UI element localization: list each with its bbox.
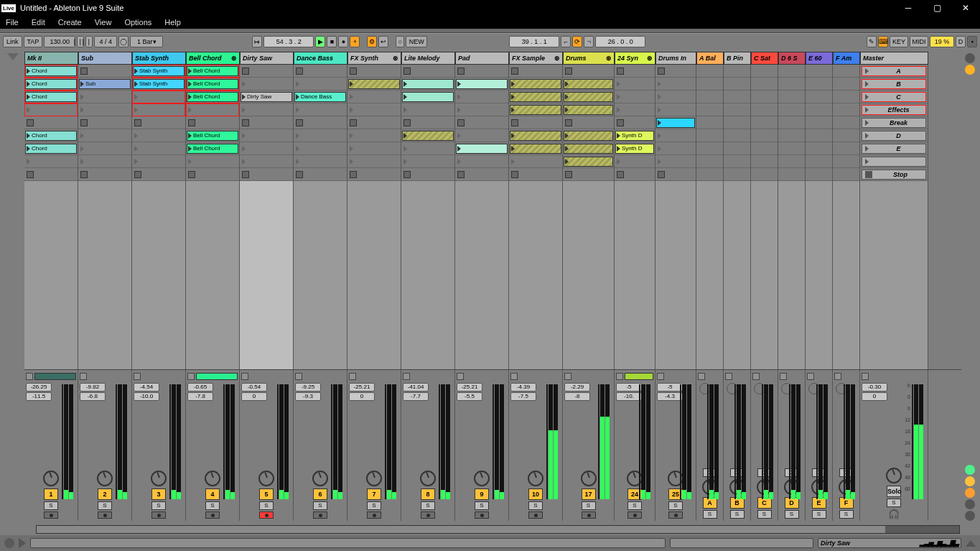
scene-launch[interactable]: E	[862, 144, 926, 154]
scene-launch[interactable]: A	[862, 66, 926, 76]
solo-button[interactable]: S	[313, 501, 327, 510]
time-sig[interactable]: 4 / 4	[94, 36, 117, 47]
clip-slot-empty[interactable]	[617, 159, 620, 165]
pan-knob[interactable]	[474, 471, 490, 486]
track-header[interactable]: E 60	[806, 52, 833, 65]
clip-slot-empty[interactable]	[350, 146, 353, 152]
clip-stop[interactable]	[134, 171, 141, 178]
clip-slot[interactable]	[564, 131, 613, 141]
midi-map[interactable]: MIDI	[910, 36, 928, 47]
track-number-button[interactable]: 1	[44, 489, 58, 500]
clip-slot-empty[interactable]	[134, 107, 138, 113]
returns-section-toggle[interactable]	[965, 488, 975, 498]
scene-launch[interactable]: Stop	[862, 170, 926, 180]
pan-knob[interactable]	[43, 471, 59, 486]
clip-slot-empty[interactable]	[658, 81, 661, 87]
tempo-field[interactable]: 130.00	[44, 36, 75, 47]
solo-button[interactable]: S	[887, 499, 901, 507]
clip-slot[interactable]	[510, 79, 561, 89]
crossfade-toggle[interactable]	[965, 511, 975, 521]
pan-knob[interactable]	[312, 471, 328, 486]
clip-stop[interactable]	[457, 68, 465, 75]
track-activator[interactable]	[752, 373, 760, 380]
arm-button[interactable]	[98, 511, 112, 519]
track-header[interactable]: 24 Syn ⊛	[615, 52, 655, 65]
track-header[interactable]: Dirty Saw	[240, 52, 294, 65]
track-header[interactable]: Bell Chord ⊛	[186, 52, 240, 65]
clip-stop[interactable]	[296, 119, 303, 126]
solo-button[interactable]: S	[98, 501, 112, 510]
scene-launch[interactable]	[862, 157, 926, 167]
track-number-button[interactable]: 10	[528, 489, 543, 500]
track-number-button[interactable]: 4	[205, 489, 220, 500]
clip-slot-empty[interactable]	[242, 107, 246, 113]
clip-slot[interactable]: Synth D	[615, 144, 654, 154]
track-header[interactable]: C Sat	[751, 52, 778, 65]
clip-stop[interactable]	[296, 68, 303, 75]
solo-button[interactable]: S	[259, 501, 274, 510]
track-number-button[interactable]: 3	[151, 489, 166, 500]
clip-slot-empty[interactable]	[242, 133, 246, 139]
arm-button[interactable]	[475, 511, 489, 519]
solo-button[interactable]: S	[528, 501, 543, 510]
clip-slot-empty[interactable]	[511, 159, 515, 165]
track-activator[interactable]	[807, 373, 814, 380]
clip-slot-empty[interactable]	[134, 146, 138, 152]
clip-stop[interactable]	[242, 68, 249, 75]
arm-button[interactable]	[528, 511, 543, 519]
clip-slot[interactable]	[656, 118, 695, 128]
clip-slot[interactable]: Chord	[25, 144, 77, 154]
scene-launch[interactable]: C	[862, 92, 926, 102]
clip-stop[interactable]	[658, 68, 665, 75]
clip-slot[interactable]	[402, 92, 454, 102]
menu-file[interactable]: File	[6, 18, 19, 27]
track-number-button[interactable]: 7	[367, 489, 381, 500]
volume-db[interactable]: -41.04	[403, 383, 429, 392]
track-header[interactable]: Mk II	[24, 52, 78, 65]
solo-button[interactable]: S	[151, 501, 166, 510]
solo-button[interactable]: S	[668, 501, 683, 510]
track-activator[interactable]	[187, 373, 195, 380]
clip-slot[interactable]: Dirty Saw	[241, 92, 292, 102]
clip-slot[interactable]: Dance Bass	[294, 92, 346, 102]
arm-button[interactable]	[151, 511, 166, 519]
pan-knob[interactable]	[528, 471, 543, 486]
track-activator[interactable]	[564, 373, 571, 380]
clip-slot[interactable]	[564, 79, 613, 89]
clip-slot[interactable]: Bell Chord	[187, 131, 238, 141]
arm-button[interactable]	[313, 511, 327, 519]
solo-button[interactable]: S	[730, 510, 745, 519]
clip-slot[interactable]	[564, 157, 613, 167]
quantize-menu[interactable]: 1 Bar ▾	[130, 36, 163, 47]
track-header[interactable]: Drums ⊛	[563, 52, 615, 65]
clip-stop[interactable]	[80, 119, 88, 126]
solo-button[interactable]: S	[582, 501, 596, 510]
clip-slot-empty[interactable]	[188, 159, 192, 165]
clip-slot-empty[interactable]	[296, 107, 299, 113]
clip-slot-empty[interactable]	[350, 159, 353, 165]
track-activator[interactable]	[725, 373, 732, 380]
volume-db[interactable]: -5	[657, 383, 683, 392]
clip-stop[interactable]	[27, 119, 34, 126]
record-button[interactable]: ●	[338, 36, 348, 47]
volume-db[interactable]: -25.21	[457, 383, 482, 392]
clip-slot-empty[interactable]	[242, 146, 246, 152]
clip-slot-empty[interactable]	[457, 159, 461, 165]
arm-button[interactable]	[205, 511, 220, 519]
clip-stop[interactable]	[565, 68, 572, 75]
clip-slot-empty[interactable]	[27, 159, 30, 165]
clip-slot-empty[interactable]	[658, 107, 661, 113]
arm-button[interactable]	[627, 511, 642, 519]
clip-stop[interactable]	[27, 171, 34, 178]
track-header[interactable]: F Am	[833, 52, 860, 65]
punch-out[interactable]: ¬	[584, 36, 594, 47]
automation-arm[interactable]: ⚙	[367, 36, 377, 47]
clip-slot-empty[interactable]	[658, 133, 661, 139]
clip-stop[interactable]	[511, 119, 518, 126]
device-title[interactable]: Dirty Saw ▂▃▅▂▆▃▂▇▃	[818, 538, 961, 548]
clip-slot-empty[interactable]	[80, 94, 84, 100]
stop-button[interactable]: ■	[327, 36, 337, 47]
punch-in[interactable]: ⌐	[561, 36, 571, 47]
pan-knob[interactable]	[151, 471, 167, 486]
track-activator[interactable]	[657, 373, 664, 380]
